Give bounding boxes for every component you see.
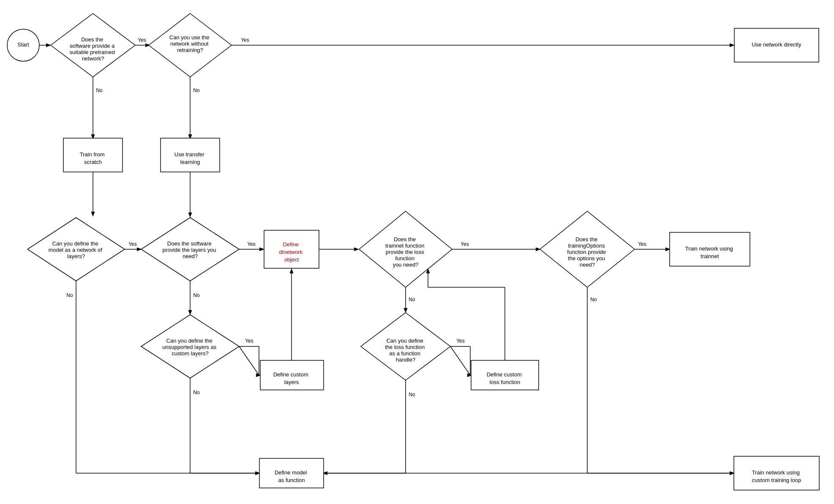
use-network-label: Use network directly [752, 41, 801, 48]
label-d2-yes: Yes [241, 37, 249, 43]
label-d8-no: No [409, 392, 415, 398]
label-d7-yes: Yes [245, 338, 253, 344]
label-d7-no: No [193, 390, 200, 395]
label-d6-no: No [590, 297, 597, 302]
label-d5-yes: Yes [461, 241, 469, 247]
label-d8-yes: Yes [456, 338, 465, 344]
label-d5-no: No [409, 297, 415, 302]
label-d2-no: No [193, 87, 200, 93]
svg-line-13 [239, 346, 259, 375]
svg-line-20 [450, 346, 470, 375]
flowchart-svg: Yes Yes No No Yes Yes Yes Yes No Yes No … [0, 0, 834, 504]
label-d3-yes: Yes [128, 241, 137, 247]
label-d6-yes: Yes [638, 241, 646, 247]
label-d3-no: No [66, 292, 73, 298]
label-d1-no: No [96, 87, 103, 93]
label-d4-no: No [193, 292, 200, 298]
start-label: Start [17, 41, 29, 48]
label-d4-yes: Yes [247, 241, 256, 247]
label-d1-yes: Yes [138, 37, 146, 43]
